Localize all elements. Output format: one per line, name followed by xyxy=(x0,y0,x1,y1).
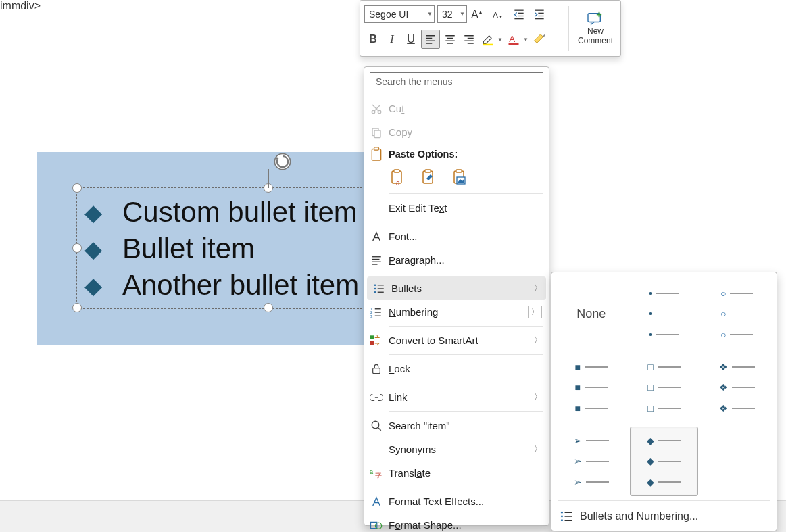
menu-exit-edit-text[interactable]: Exit Edit Text xyxy=(364,196,549,220)
svg-rect-61 xyxy=(370,335,374,339)
font-size-value: 32 xyxy=(442,9,453,20)
bullets-and-numbering-item[interactable]: Bullets and Numbering... xyxy=(551,502,777,531)
svg-point-51 xyxy=(374,291,376,293)
menu-search-item[interactable]: Search "item" xyxy=(364,414,549,437)
menu-font[interactable]: Font... xyxy=(364,224,549,248)
resize-handle[interactable] xyxy=(72,183,82,193)
menu-label: Synonyms xyxy=(389,443,534,455)
bullet-none-label: None xyxy=(562,283,620,345)
font-color-split-button[interactable]: A ▼ xyxy=(505,30,529,48)
chevron-right-icon: 〉 xyxy=(528,306,542,318)
menu-label: Format Shape... xyxy=(389,519,542,531)
list-item: ◆ Custom bullet item xyxy=(84,194,359,231)
list-item-text: Another bullet item xyxy=(122,270,359,301)
menu-label: Bullets xyxy=(391,283,534,294)
text-effects-icon xyxy=(364,495,389,508)
diamond-bullet-icon: ◆ xyxy=(84,274,102,297)
chevron-right-icon: 〉 xyxy=(534,283,542,294)
new-comment-button[interactable]: New Comment xyxy=(570,1,620,56)
svg-text:3: 3 xyxy=(370,314,373,318)
bullet-option-filled-square[interactable]: ■■■ xyxy=(557,353,626,422)
font-family-select[interactable]: Segoe UI ▼ xyxy=(364,5,435,23)
increase-font-size-button[interactable]: A▴ xyxy=(470,5,487,23)
svg-text:a: a xyxy=(370,468,374,475)
format-painter-button[interactable] xyxy=(531,30,548,48)
menu-paragraph[interactable]: Paragraph... xyxy=(364,248,549,272)
svg-point-72 xyxy=(561,519,563,521)
menu-label: Format Text Effects... xyxy=(389,495,542,507)
svg-rect-63 xyxy=(373,368,380,373)
menu-convert-smartart[interactable]: Convert to SmartArt 〉 xyxy=(364,329,549,352)
paste-options-heading: Paste Options: xyxy=(364,144,549,166)
bullet-option-filled-round[interactable]: ••• xyxy=(630,279,699,349)
bold-button[interactable]: B xyxy=(364,30,382,48)
align-left-button[interactable] xyxy=(421,30,440,49)
menu-label: Search "item" xyxy=(389,420,542,431)
paste-keep-source-button[interactable]: a xyxy=(389,168,408,187)
italic-button[interactable]: I xyxy=(383,30,401,48)
resize-handle[interactable] xyxy=(264,303,273,312)
underline-button[interactable]: U xyxy=(402,30,420,48)
menu-translate[interactable]: a字 Translate xyxy=(364,461,549,485)
menu-label: Exit Edit Text xyxy=(389,202,542,214)
svg-text:▴: ▴ xyxy=(479,9,482,15)
bullets-submenu: None ••• ○○○ ■■■ □□□ ❖❖❖ ➢➢➢ ◆◆◆ xyxy=(551,272,777,531)
bullet-option-none[interactable]: None xyxy=(557,279,626,349)
smartart-icon xyxy=(364,335,389,347)
chevron-down-icon[interactable]: ▼ xyxy=(497,37,503,43)
link-icon xyxy=(364,392,389,403)
menu-search-input[interactable]: Search the menus xyxy=(370,72,543,91)
font-icon xyxy=(364,231,389,243)
decrease-font-size-button[interactable]: A▾ xyxy=(490,5,508,23)
lock-icon xyxy=(364,363,389,375)
svg-text:A: A xyxy=(471,8,478,20)
bullet-option-hollow-round[interactable]: ○○○ xyxy=(702,279,771,349)
svg-text:▾: ▾ xyxy=(499,14,502,20)
svg-point-49 xyxy=(374,284,376,286)
menu-label: Numbering xyxy=(389,306,528,318)
chevron-down-icon: ▼ xyxy=(458,11,465,17)
decrease-indent-button[interactable] xyxy=(510,5,528,23)
list-item-text: Custom bullet item xyxy=(122,197,358,228)
chevron-right-icon: 〉 xyxy=(534,391,542,403)
svg-point-70 xyxy=(561,512,563,514)
menu-link[interactable]: Link 〉 xyxy=(364,385,549,409)
bullet-option-star[interactable]: ❖❖❖ xyxy=(702,353,771,422)
paste-merge-button[interactable] xyxy=(420,168,439,187)
text-box-content[interactable]: ◆ Custom bullet item ◆ Bullet item ◆ Ano… xyxy=(84,194,359,304)
svg-rect-34 xyxy=(374,130,380,138)
menu-format-text-effects[interactable]: Format Text Effects... xyxy=(364,489,549,513)
menu-bullets[interactable]: Bullets 〉 xyxy=(367,276,546,300)
align-center-button[interactable] xyxy=(441,30,459,48)
resize-handle[interactable] xyxy=(72,303,82,312)
diamond-bullet-icon: ◆ xyxy=(84,201,102,224)
clipboard-icon xyxy=(370,147,383,162)
list-item-text: Bullet item xyxy=(122,233,255,264)
increase-indent-button[interactable] xyxy=(531,5,548,23)
chevron-down-icon[interactable]: ▼ xyxy=(522,37,529,43)
menu-format-shape[interactable]: Format Shape... xyxy=(364,513,549,532)
bullet-option-hollow-square[interactable]: □□□ xyxy=(630,353,699,422)
rotate-connector xyxy=(268,169,269,188)
svg-text:a: a xyxy=(396,179,400,187)
scissors-icon xyxy=(364,103,389,115)
highlight-color-split-button[interactable]: ▼ xyxy=(479,30,503,48)
list-item: ◆ Another bullet item xyxy=(84,267,359,304)
font-size-select[interactable]: 32 ▼ xyxy=(437,5,467,23)
bullet-option-arrow[interactable]: ➢➢➢ xyxy=(557,427,626,496)
paste-picture-button[interactable] xyxy=(451,168,470,187)
menu-lock[interactable]: Lock xyxy=(364,357,549,381)
svg-point-69 xyxy=(375,523,381,529)
menu-synonyms[interactable]: Synonyms 〉 xyxy=(364,437,549,461)
menu-numbering[interactable]: 123 Numbering 〉 xyxy=(364,300,549,324)
menu-cut[interactable]: Cut xyxy=(364,97,549,120)
resize-handle[interactable] xyxy=(72,243,82,253)
search-placeholder: Search the menus xyxy=(376,76,453,87)
bullet-option-diamond[interactable]: ◆◆◆ xyxy=(630,427,699,496)
chevron-down-icon: ▼ xyxy=(426,11,433,17)
menu-copy[interactable]: Copy xyxy=(364,120,549,144)
copy-icon xyxy=(364,126,389,139)
align-right-button[interactable] xyxy=(460,30,478,48)
rotate-handle-icon[interactable] xyxy=(272,151,293,172)
context-menu: Search the menus Cut Copy Paste Options:… xyxy=(364,66,549,526)
